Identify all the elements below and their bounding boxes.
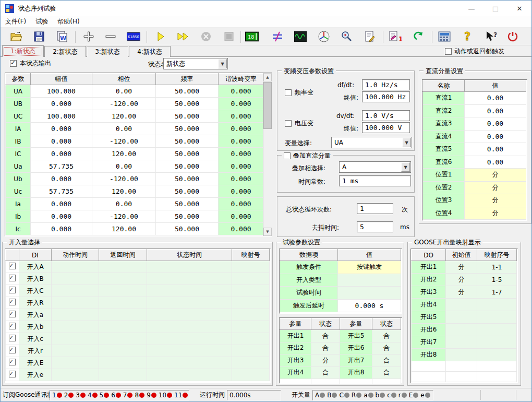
cell[interactable]: 50.000 [156, 85, 219, 98]
cell[interactable]: 50.000 [156, 160, 219, 173]
zoom-button[interactable] [340, 30, 353, 43]
report-button[interactable] [363, 30, 377, 43]
iec61850-button[interactable]: 61850 [127, 30, 140, 43]
di-checkbox-cell[interactable] [6, 345, 19, 357]
tab-state-2[interactable]: 2:新状态 [44, 46, 86, 57]
chevron-down-icon[interactable]: ▼ [401, 162, 410, 172]
cell[interactable]: 50.000 [156, 148, 219, 160]
cell[interactable]: 合 [372, 354, 401, 367]
cell[interactable]: 0.000 [219, 198, 264, 210]
run-button[interactable] [153, 30, 167, 43]
cell[interactable]: 57.735 [31, 185, 92, 198]
tab-state-3[interactable]: 3:新状态 [87, 46, 128, 57]
cell[interactable]: 按键触发 [338, 261, 401, 274]
trigger-checkbox[interactable] [445, 48, 452, 55]
di-checkbox-cell[interactable] [6, 333, 19, 345]
cell[interactable]: 合 [372, 342, 401, 354]
waveform-button[interactable] [294, 30, 307, 43]
cell[interactable]: 0.00 [465, 117, 526, 131]
cell[interactable]: 50.000 [156, 123, 219, 135]
undo-button[interactable] [411, 30, 425, 43]
cell[interactable]: 分 [465, 207, 526, 220]
cell[interactable]: 0.000 [219, 185, 264, 198]
cell[interactable]: 0.000 [219, 148, 264, 160]
cell[interactable]: 0.000 [219, 223, 264, 235]
cell[interactable]: 120.00 [92, 148, 156, 160]
report-one-button[interactable]: 1 [388, 30, 402, 43]
cell[interactable]: 合 [311, 366, 340, 379]
di-checkbox[interactable] [9, 287, 16, 293]
freq-change-control[interactable]: 频率变 [285, 88, 313, 97]
scrollbar-thumb[interactable] [263, 82, 272, 129]
cell[interactable]: 合 [311, 330, 340, 342]
exit-button[interactable] [506, 30, 519, 43]
cell[interactable]: 0.000 [219, 173, 264, 185]
dvdt-input[interactable]: 1.0 V/s [362, 110, 410, 121]
scroll-down-icon[interactable]: ▼ [263, 228, 272, 236]
cell[interactable]: 0.00 [465, 130, 526, 143]
di-checkbox[interactable] [9, 323, 16, 329]
cell[interactable]: 0.000 [219, 110, 264, 123]
dfdt-input[interactable]: 1.0 Hz/s [362, 79, 410, 90]
cell[interactable]: 0.00 [92, 198, 156, 210]
cell[interactable]: 0.000 [219, 135, 264, 148]
run-all-button[interactable] [176, 30, 190, 43]
cell[interactable]: 0.00 [465, 92, 526, 105]
cell[interactable]: 0.00 [92, 85, 156, 98]
cell[interactable]: 50.000 [156, 135, 219, 148]
state-output-control[interactable]: 本状态输出 [10, 59, 51, 68]
cell[interactable]: -120.00 [92, 173, 156, 185]
cell[interactable]: 合 [311, 342, 340, 354]
cell[interactable]: 0.000 [31, 210, 92, 223]
debounce-input[interactable]: 5 [357, 221, 393, 232]
cell[interactable]: 分 [311, 354, 340, 367]
cell[interactable]: 50.000 [156, 173, 219, 185]
context-help-button[interactable]: ? [483, 30, 497, 43]
cell[interactable]: 合 [372, 366, 401, 379]
cell[interactable]: 0.000 [31, 135, 92, 148]
di-checkbox-cell[interactable] [6, 285, 19, 297]
cell[interactable]: 100.000 [31, 85, 92, 98]
close-button[interactable]: ✕ [507, 1, 531, 16]
di-checkbox-cell[interactable] [6, 369, 19, 381]
scroll-up-icon[interactable]: ▲ [263, 73, 272, 81]
vector-diagram-button[interactable] [317, 30, 331, 43]
cell[interactable]: 0.00 [465, 156, 526, 169]
trigger-on-act-or-return[interactable]: 动作或返回都触发 [445, 47, 504, 56]
chevron-down-icon[interactable]: ▼ [402, 138, 411, 147]
cell[interactable]: 0.000 [31, 98, 92, 110]
di-checkbox[interactable] [9, 263, 16, 269]
di-checkbox-cell[interactable] [6, 321, 19, 333]
help-button[interactable]: ? [461, 30, 474, 43]
add-state-button[interactable] [82, 30, 95, 43]
dc-superpose-checkbox[interactable] [284, 152, 291, 159]
menu-item[interactable]: 文件(F) [1, 16, 31, 27]
cell[interactable]: 0.000 [31, 223, 92, 235]
freq-change-checkbox[interactable] [285, 89, 292, 96]
minimize-button[interactable]: — [460, 1, 483, 16]
cell[interactable] [338, 287, 401, 300]
tab-state-4[interactable]: 4:新状态 [129, 46, 171, 57]
var-select-combo[interactable]: UA ▼ [331, 137, 412, 148]
cell[interactable]: 0.000 [31, 148, 92, 160]
open-button[interactable] [9, 30, 23, 43]
di-checkbox[interactable] [9, 347, 16, 353]
cell[interactable]: 0.00 [465, 104, 526, 117]
state-name-combo[interactable]: 新状态 ▼ [163, 58, 228, 69]
cell[interactable]: 100.000 [31, 110, 92, 123]
cell[interactable]: 0.00 [465, 143, 526, 156]
v-final-input[interactable]: 100.000 V [362, 122, 410, 133]
cell[interactable]: 120.00 [92, 223, 156, 235]
harmonic-button[interactable] [271, 30, 284, 43]
cell[interactable] [338, 274, 401, 287]
cell[interactable]: 0.000 [219, 85, 264, 98]
cell[interactable]: 0.000 [219, 160, 264, 173]
di-checkbox[interactable] [9, 359, 16, 365]
di-checkbox[interactable] [9, 311, 16, 317]
volt-change-checkbox[interactable] [285, 120, 292, 127]
cell[interactable]: 120.00 [92, 110, 156, 123]
di-checkbox-cell[interactable] [6, 261, 19, 273]
export-word-button[interactable]: W [55, 30, 69, 43]
di-checkbox[interactable] [9, 371, 16, 377]
cell[interactable]: 分 [465, 169, 526, 182]
